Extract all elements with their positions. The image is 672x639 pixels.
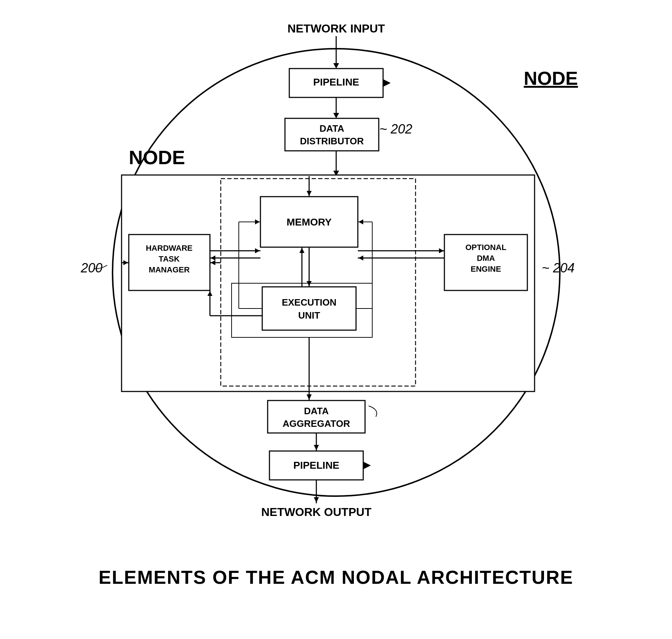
- network-input-label: NETWORK INPUT: [287, 22, 385, 35]
- architecture-diagram: NODE NODE WRAPPER 200 ~ 202 ~ 204 ~ 206 …: [66, 13, 607, 547]
- diagram-container: NODE NODE WRAPPER 200 ~ 202 ~ 204 ~ 206 …: [0, 0, 672, 559]
- node-wrapper-label-1: NODE: [129, 146, 185, 168]
- ref-200: 200: [80, 261, 102, 275]
- dma-label-1: OPTIONAL: [465, 243, 506, 252]
- ref-202: ~ 202: [379, 122, 412, 136]
- pipeline-bottom-label: PIPELINE: [293, 460, 339, 471]
- data-agg-label-1: DATA: [304, 406, 329, 416]
- data-distributor-label-2: DISTRIBUTOR: [300, 136, 364, 146]
- ref-204: ~ 204: [542, 261, 575, 275]
- node-label: NODE: [524, 68, 578, 89]
- data-distributor-label-1: DATA: [319, 123, 344, 134]
- dma-label-3: ENGINE: [470, 264, 501, 273]
- svg-rect-15: [262, 287, 356, 330]
- exec-label-1: EXECUTION: [282, 297, 337, 308]
- svg-marker-57: [314, 497, 319, 503]
- data-agg-label-2: AGGREGATOR: [282, 418, 350, 429]
- dma-label-2: DMA: [476, 254, 495, 263]
- network-output-label: NETWORK OUTPUT: [261, 505, 372, 518]
- htask-label-1: HARDWARE: [146, 244, 193, 253]
- exec-label-2: UNIT: [298, 310, 320, 321]
- pipeline-top-label: PIPELINE: [313, 76, 359, 88]
- htask-label-3: MANAGER: [149, 265, 190, 274]
- page-title: ELEMENTS OF THE ACM NODAL ARCHITECTURE: [98, 567, 573, 588]
- title-section: ELEMENTS OF THE ACM NODAL ARCHITECTURE: [0, 559, 672, 592]
- memory-label: MEMORY: [286, 216, 331, 228]
- htask-label-2: TASK: [158, 254, 179, 263]
